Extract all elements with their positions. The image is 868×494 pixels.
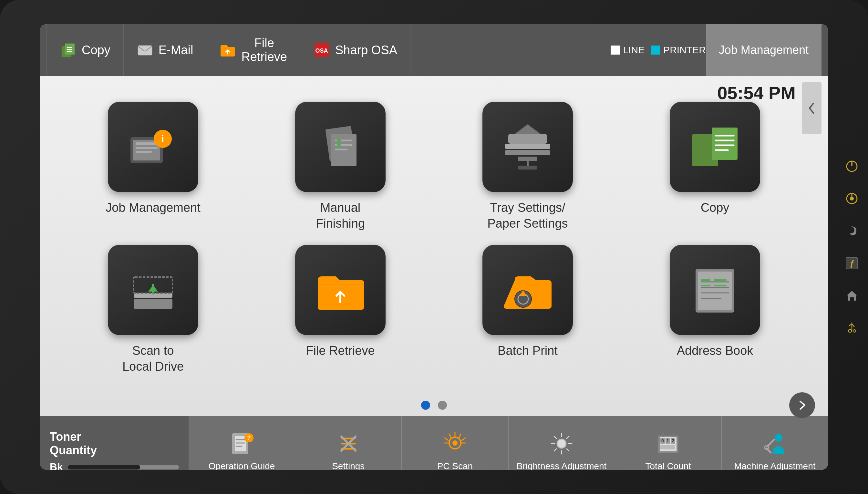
svg-text:?: ? (247, 435, 250, 441)
toolbar-pc-scan-label: PC Scan (437, 460, 473, 470)
svg-rect-37 (518, 157, 537, 161)
app-tray-settings-label: Tray Settings/Paper Settings (487, 200, 568, 232)
svg-point-83 (557, 439, 566, 448)
collapse-button[interactable] (802, 82, 822, 134)
svg-line-76 (445, 438, 448, 440)
top-navigation: Copy E-Mail File Retrieve (40, 24, 828, 76)
total-count-icon: 0 1 2 (655, 431, 681, 457)
app-batch-print[interactable]: Batch Print (440, 245, 615, 375)
app-file-retrieve[interactable]: File Retrieve (253, 245, 428, 375)
app-job-management-label: Job Management (106, 200, 201, 216)
toolbar-brightness[interactable]: Brightness Adjustment (509, 416, 615, 470)
svg-rect-17 (138, 45, 152, 55)
app-manual-finishing-label: ManualFinishing (316, 200, 365, 232)
nav-sharp-osa-label: Sharp OSA (335, 43, 397, 57)
nav-file-retrieve-label: File Retrieve (241, 36, 287, 64)
svg-rect-53 (698, 271, 732, 310)
svg-text:1: 1 (666, 438, 669, 443)
svg-point-11 (853, 330, 856, 332)
nav-copy[interactable]: Copy (46, 24, 124, 76)
nav-email[interactable]: E-Mail (124, 24, 207, 76)
toolbar-total-count[interactable]: 0 1 2 Total Count (615, 416, 722, 470)
nav-file-retrieve[interactable]: File Retrieve (206, 24, 300, 76)
printer-status: PRINTER (651, 44, 706, 56)
job-management-button[interactable]: Job Management (706, 24, 822, 76)
svg-text:0: 0 (661, 438, 664, 443)
nav-copy-label: Copy (82, 43, 110, 57)
toner-label: TonerQuantity (50, 430, 179, 457)
app-copy-label: Copy (701, 200, 730, 216)
bottom-toolbar: TonerQuantity Bk (40, 416, 828, 470)
svg-line-104 (768, 440, 774, 446)
content-area: 05:54 PM (40, 76, 828, 416)
app-file-retrieve-label: File Retrieve (306, 343, 375, 359)
svg-rect-59 (714, 279, 727, 281)
sleep-button[interactable] (842, 221, 862, 241)
toolbar-settings-label: Settings (332, 460, 364, 470)
svg-rect-100 (660, 445, 675, 450)
svg-point-32 (337, 138, 341, 142)
main-screen: Copy E-Mail File Retrieve (40, 24, 828, 470)
home-button[interactable] (842, 286, 862, 305)
standby-button[interactable] (842, 189, 862, 208)
line-status: LINE (611, 44, 644, 56)
operation-guide-icon: ? (229, 431, 255, 457)
svg-rect-24 (136, 151, 152, 153)
svg-point-33 (337, 143, 341, 147)
printer-label: PRINTER (663, 44, 706, 56)
right-side-buttons: ƒ (842, 157, 862, 337)
toolbar-settings[interactable]: Settings (295, 416, 402, 470)
fiery-button[interactable]: ƒ (842, 253, 862, 273)
app-job-management[interactable]: i Job Management (66, 102, 240, 232)
svg-rect-47 (134, 299, 172, 309)
svg-rect-35 (505, 150, 550, 155)
svg-rect-36 (508, 134, 547, 144)
nav-sharp-osa[interactable]: OSA Sharp OSA (300, 24, 411, 76)
usb-button[interactable] (842, 318, 862, 337)
svg-line-77 (459, 434, 461, 438)
toner-bk-label: Bk (50, 461, 63, 470)
app-manual-finishing[interactable]: ManualFinishing (253, 102, 428, 232)
svg-text:ƒ: ƒ (850, 259, 854, 268)
svg-line-91 (554, 449, 556, 451)
svg-rect-58 (701, 279, 711, 281)
app-address-book-label: Address Book (677, 343, 753, 359)
power-button[interactable] (842, 157, 862, 176)
svg-line-89 (567, 449, 569, 451)
page-dot-1[interactable] (421, 401, 430, 410)
pc-scan-icon (442, 431, 468, 457)
svg-text:i: i (162, 134, 164, 144)
svg-text:OSA: OSA (315, 48, 328, 54)
toolbar-operation-guide-label: Operation Guide (209, 460, 275, 470)
toolbar-operation-guide[interactable]: ? Operation Guide (189, 416, 295, 470)
svg-rect-34 (505, 144, 550, 149)
svg-line-88 (554, 436, 556, 438)
settings-icon (336, 431, 361, 457)
svg-rect-101 (662, 433, 664, 437)
svg-point-103 (775, 434, 782, 442)
svg-rect-22 (136, 142, 157, 145)
svg-point-3 (850, 197, 854, 201)
app-scan-local-label: Scan toLocal Drive (122, 343, 184, 375)
svg-rect-39 (518, 166, 537, 170)
toner-bar-bk: Bk (50, 461, 179, 470)
svg-line-90 (567, 436, 569, 438)
app-address-book[interactable]: Address Book (628, 245, 802, 375)
toolbar-machine-adjustment[interactable]: Machine Adjustment (722, 416, 828, 470)
app-copy[interactable]: Copy (628, 102, 802, 232)
toolbar-brightness-label: Brightness Adjustment (517, 460, 607, 470)
svg-text:2: 2 (672, 438, 674, 443)
toolbar-pc-scan[interactable]: PC Scan (402, 416, 508, 470)
svg-point-80 (452, 440, 457, 445)
page-dot-2[interactable] (438, 401, 447, 410)
nav-status: LINE PRINTER (611, 44, 705, 56)
app-grid: i Job Management (40, 76, 828, 394)
line-label: LINE (623, 44, 644, 56)
pagination (40, 394, 828, 416)
toner-section: TonerQuantity Bk (40, 416, 189, 470)
next-page-button[interactable] (789, 392, 815, 418)
svg-line-78 (462, 438, 465, 440)
svg-rect-60 (701, 285, 711, 286)
app-tray-settings[interactable]: Tray Settings/Paper Settings (440, 102, 615, 232)
app-scan-local[interactable]: Scan toLocal Drive (66, 245, 240, 375)
